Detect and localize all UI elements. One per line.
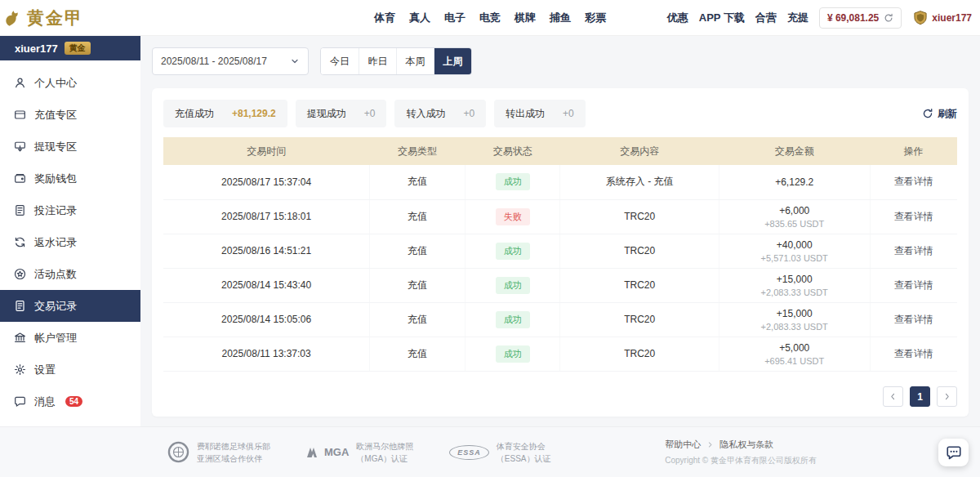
sidebar-item-label: 投注记录 <box>34 203 77 218</box>
nav-esports[interactable]: 电竞 <box>479 11 501 25</box>
sidebar-item-label: 提现专区 <box>34 140 77 154</box>
sidebar-item-label: 充值专区 <box>34 108 77 123</box>
nav-live[interactable]: 真人 <box>409 11 430 25</box>
sidebar-item-withdraw[interactable]: 提现专区 <box>0 131 140 163</box>
partner-club-sub: 亚洲区域合作伙伴 <box>197 452 270 465</box>
transaction-time: 2025/08/17 15:37:04 <box>163 165 370 199</box>
sidebar-item-rebate-records[interactable]: 返水记录 <box>0 226 140 258</box>
action-cell: 查看详情 <box>870 302 957 337</box>
nav-sports[interactable]: 体育 <box>374 11 395 25</box>
nav-lottery[interactable]: 彩票 <box>585 11 606 25</box>
pagination: 1 <box>163 377 957 407</box>
withdraw-icon <box>14 140 26 153</box>
sidebar-item-reward-wallet[interactable]: 奖励钱包 <box>0 163 140 194</box>
site-logo[interactable]: 黄金甲 <box>3 7 83 29</box>
header-link-deposit-withdraw[interactable]: 充提 <box>787 11 808 25</box>
sidebar-item-activity-points[interactable]: 活动点数 <box>0 258 140 290</box>
tab-yesterday[interactable]: 昨日 <box>359 48 396 74</box>
action-cell: 查看详情 <box>870 337 957 371</box>
view-details-link[interactable]: 查看详情 <box>894 211 933 222</box>
chat-bubble-icon <box>946 444 962 461</box>
view-details-link[interactable]: 查看详情 <box>894 176 933 187</box>
sidebar-item-bet-records[interactable]: 投注记录 <box>0 194 140 226</box>
table-row: 2025/08/17 15:37:04充值成功系统存入 - 充值+6,129.2… <box>163 165 957 199</box>
sidebar-item-label: 返水记录 <box>34 235 77 250</box>
essa-logo-icon: ESSA <box>449 445 489 460</box>
refresh-button[interactable]: 刷新 <box>922 107 957 121</box>
sidebar-item-messages[interactable]: 消息54 <box>0 386 140 417</box>
star-icon <box>14 268 26 280</box>
user-chip[interactable]: xiuer177 <box>912 10 972 26</box>
prev-page-button[interactable] <box>883 386 903 407</box>
partner-essa-name: 体育安全协会 <box>497 440 551 452</box>
help-center-link[interactable]: 帮助中心 <box>665 439 701 451</box>
transaction-type: 充值 <box>370 268 466 302</box>
tab-this-week[interactable]: 本周 <box>396 48 434 74</box>
privacy-terms-link[interactable]: 隐私权与条款 <box>719 439 773 451</box>
next-page-button[interactable] <box>937 386 957 407</box>
amount-usdt: +2,083.33 USDT <box>723 322 866 332</box>
header-link-partnership[interactable]: 合营 <box>755 11 777 25</box>
sidebar-item-label: 个人中心 <box>34 76 77 91</box>
transaction-type: 充值 <box>370 337 466 371</box>
date-range-picker[interactable]: 2025/08/11 - 2025/08/17 <box>152 47 309 75</box>
sidebar-item-transaction-records[interactable]: 交易记录 <box>0 290 140 322</box>
transaction-content: TRC20 <box>560 337 719 371</box>
transaction-amount: +40,000+5,571.03 USDT <box>719 234 870 268</box>
table-row: 2025/08/17 15:18:01充值失败TRC20+6,000+835.6… <box>163 199 957 234</box>
header-link-promotions[interactable]: 优惠 <box>667 11 688 25</box>
partner-club-name: 费耶诺德足球俱乐部 <box>197 440 270 452</box>
action-cell: 查看详情 <box>870 268 957 302</box>
vip-shield-icon <box>912 10 929 26</box>
nav-slots[interactable]: 电子 <box>444 11 466 25</box>
summary-chip-label: 充值成功 <box>175 107 214 121</box>
sidebar-item-label: 奖励钱包 <box>34 172 77 186</box>
bank-icon <box>14 332 26 344</box>
header-link-app-download[interactable]: APP 下载 <box>699 11 745 25</box>
column-header: 操作 <box>870 137 957 165</box>
amount-usdt: +5,571.03 USDT <box>723 253 866 263</box>
sidebar-item-deposit[interactable]: 充值专区 <box>0 99 140 131</box>
transaction-type: 充值 <box>370 234 466 268</box>
view-details-link[interactable]: 查看详情 <box>894 279 933 291</box>
transaction-amount: +6,000+835.65 USDT <box>719 199 870 234</box>
page-number-button[interactable]: 1 <box>910 386 930 407</box>
sidebar-item-account-management[interactable]: 帐户管理 <box>0 322 140 354</box>
sidebar-username: xiuer177 <box>15 42 58 55</box>
transaction-content: TRC20 <box>560 302 719 337</box>
summary-row: 充值成功+81,129.2提现成功+0转入成功+0转出成功+0 刷新 <box>163 100 957 127</box>
vip-level-badge: 黄金 <box>65 42 91 55</box>
amount-primary: +6,000 <box>723 205 866 216</box>
table-body: 2025/08/17 15:37:04充值成功系统存入 - 充值+6,129.2… <box>163 165 957 371</box>
transaction-status-cell: 成功 <box>465 165 560 199</box>
view-details-link[interactable]: 查看详情 <box>894 348 933 359</box>
amount-primary: +5,000 <box>723 342 866 354</box>
status-badge: 成功 <box>496 243 530 260</box>
nav-fishing[interactable]: 捕鱼 <box>550 11 571 25</box>
balance-chip[interactable]: ¥ 69,081.25 <box>819 7 902 29</box>
mga-logo-icon <box>306 447 321 458</box>
tab-last-week[interactable]: 上周 <box>434 48 471 74</box>
top-header: 黄金甲 体育真人电子电竞棋牌捕鱼彩票 优惠APP 下载合营充提 ¥ 69,081… <box>0 0 980 36</box>
sidebar-item-profile[interactable]: 个人中心 <box>0 67 140 99</box>
rooster-logo-icon <box>3 7 24 29</box>
tab-today[interactable]: 今日 <box>321 48 359 74</box>
chat-fab[interactable] <box>938 439 969 466</box>
mga-logo-text: MGA <box>324 446 349 458</box>
transaction-content: TRC20 <box>560 234 719 268</box>
view-details-link[interactable]: 查看详情 <box>894 314 933 325</box>
table-row: 2025/08/14 15:05:06充值成功TRC20+15,000+2,08… <box>163 302 957 337</box>
status-badge: 成功 <box>496 173 530 190</box>
amount-usdt: +695.41 USDT <box>723 356 866 366</box>
main-nav: 体育真人电子电竞棋牌捕鱼彩票 <box>374 11 606 25</box>
view-details-link[interactable]: 查看详情 <box>894 245 933 256</box>
sidebar-item-settings[interactable]: 设置 <box>0 354 140 386</box>
chevron-left-icon <box>889 392 898 401</box>
transaction-time: 2025/08/14 15:43:40 <box>163 268 370 302</box>
column-header: 交易状态 <box>465 137 560 165</box>
date-range-value: 2025/08/11 - 2025/08/17 <box>161 56 267 67</box>
summary-chip-transfer-out-success: 转出成功+0 <box>494 100 586 127</box>
nav-chess[interactable]: 棋牌 <box>514 11 536 25</box>
period-tabs: 今日昨日本周上周 <box>320 47 472 75</box>
action-cell: 查看详情 <box>870 234 957 268</box>
